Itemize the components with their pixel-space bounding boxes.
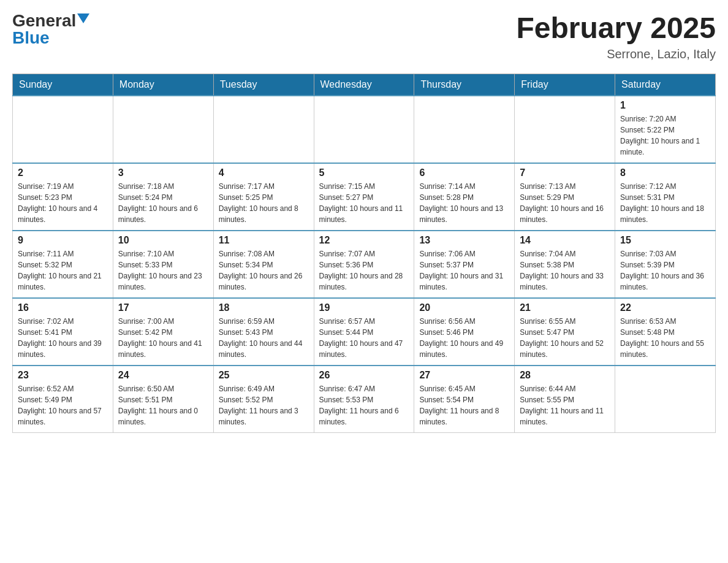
day-info: Sunrise: 7:15 AM Sunset: 5:27 PM Dayligh…: [319, 181, 409, 225]
day-of-week-header: Monday: [113, 74, 213, 96]
day-info: Sunrise: 7:14 AM Sunset: 5:28 PM Dayligh…: [419, 181, 509, 225]
calendar-day-cell: [213, 96, 314, 163]
day-info: Sunrise: 6:47 AM Sunset: 5:53 PM Dayligh…: [319, 383, 409, 427]
calendar-day-cell: 10Sunrise: 7:10 AM Sunset: 5:33 PM Dayli…: [113, 231, 213, 298]
title-block: February 2025 Serrone, Lazio, Italy: [516, 12, 716, 61]
calendar-day-cell: [414, 96, 515, 163]
day-info: Sunrise: 7:12 AM Sunset: 5:31 PM Dayligh…: [620, 181, 710, 225]
day-number: 5: [319, 167, 409, 178]
calendar-day-cell: 27Sunrise: 6:45 AM Sunset: 5:54 PM Dayli…: [414, 366, 515, 433]
day-of-week-header: Sunday: [13, 74, 113, 96]
day-info: Sunrise: 7:20 AM Sunset: 5:22 PM Dayligh…: [620, 113, 710, 158]
day-info: Sunrise: 6:49 AM Sunset: 5:52 PM Dayligh…: [219, 383, 309, 427]
day-number: 12: [319, 235, 409, 246]
day-of-week-header: Tuesday: [213, 74, 314, 96]
day-info: Sunrise: 7:02 AM Sunset: 5:41 PM Dayligh…: [18, 316, 108, 360]
day-number: 26: [319, 370, 409, 381]
calendar-day-cell: [13, 96, 113, 163]
day-info: Sunrise: 6:44 AM Sunset: 5:55 PM Dayligh…: [520, 383, 610, 427]
day-info: Sunrise: 7:19 AM Sunset: 5:23 PM Dayligh…: [18, 181, 108, 225]
calendar-day-cell: 20Sunrise: 6:56 AM Sunset: 5:46 PM Dayli…: [414, 298, 515, 366]
day-info: Sunrise: 7:07 AM Sunset: 5:36 PM Dayligh…: [319, 248, 409, 293]
day-number: 4: [219, 167, 309, 178]
calendar-day-cell: 26Sunrise: 6:47 AM Sunset: 5:53 PM Dayli…: [314, 366, 414, 433]
calendar-day-cell: 9Sunrise: 7:11 AM Sunset: 5:32 PM Daylig…: [13, 231, 113, 298]
calendar-day-cell: 18Sunrise: 6:59 AM Sunset: 5:43 PM Dayli…: [213, 298, 314, 366]
calendar-day-cell: 4Sunrise: 7:17 AM Sunset: 5:25 PM Daylig…: [213, 163, 314, 231]
day-number: 2: [18, 167, 108, 178]
day-number: 19: [319, 302, 409, 313]
calendar-header-row: SundayMondayTuesdayWednesdayThursdayFrid…: [13, 74, 716, 96]
calendar-day-cell: 28Sunrise: 6:44 AM Sunset: 5:55 PM Dayli…: [515, 366, 615, 433]
day-number: 11: [219, 235, 309, 246]
day-number: 13: [419, 235, 509, 246]
calendar-day-cell: 24Sunrise: 6:50 AM Sunset: 5:51 PM Dayli…: [113, 366, 213, 433]
calendar-day-cell: 16Sunrise: 7:02 AM Sunset: 5:41 PM Dayli…: [13, 298, 113, 366]
day-number: 14: [520, 235, 610, 246]
calendar-table: SundayMondayTuesdayWednesdayThursdayFrid…: [12, 74, 716, 434]
month-title: February 2025: [516, 12, 716, 45]
day-info: Sunrise: 7:03 AM Sunset: 5:39 PM Dayligh…: [620, 248, 710, 293]
day-number: 21: [520, 302, 610, 313]
day-number: 20: [419, 302, 509, 313]
calendar-day-cell: 15Sunrise: 7:03 AM Sunset: 5:39 PM Dayli…: [615, 231, 716, 298]
day-of-week-header: Saturday: [615, 74, 716, 96]
calendar-week-row: 23Sunrise: 6:52 AM Sunset: 5:49 PM Dayli…: [13, 366, 716, 433]
day-info: Sunrise: 6:55 AM Sunset: 5:47 PM Dayligh…: [520, 316, 610, 360]
calendar-day-cell: 7Sunrise: 7:13 AM Sunset: 5:29 PM Daylig…: [515, 163, 615, 231]
logo-general-text: General: [12, 12, 76, 29]
day-info: Sunrise: 6:57 AM Sunset: 5:44 PM Dayligh…: [319, 316, 409, 360]
day-info: Sunrise: 6:53 AM Sunset: 5:48 PM Dayligh…: [620, 316, 710, 360]
day-info: Sunrise: 6:45 AM Sunset: 5:54 PM Dayligh…: [419, 383, 509, 427]
logo-triangle-icon: [77, 13, 89, 23]
day-info: Sunrise: 7:11 AM Sunset: 5:32 PM Dayligh…: [18, 248, 108, 293]
day-info: Sunrise: 7:10 AM Sunset: 5:33 PM Dayligh…: [118, 248, 208, 293]
calendar-day-cell: 17Sunrise: 7:00 AM Sunset: 5:42 PM Dayli…: [113, 298, 213, 366]
calendar-day-cell: 2Sunrise: 7:19 AM Sunset: 5:23 PM Daylig…: [13, 163, 113, 231]
day-number: 16: [18, 302, 108, 313]
calendar-day-cell: 23Sunrise: 6:52 AM Sunset: 5:49 PM Dayli…: [13, 366, 113, 433]
day-info: Sunrise: 6:59 AM Sunset: 5:43 PM Dayligh…: [219, 316, 309, 360]
day-info: Sunrise: 6:56 AM Sunset: 5:46 PM Dayligh…: [419, 316, 509, 360]
day-info: Sunrise: 7:00 AM Sunset: 5:42 PM Dayligh…: [118, 316, 208, 360]
calendar-day-cell: 12Sunrise: 7:07 AM Sunset: 5:36 PM Dayli…: [314, 231, 414, 298]
calendar-day-cell: [515, 96, 615, 163]
day-number: 22: [620, 302, 710, 313]
calendar-week-row: 2Sunrise: 7:19 AM Sunset: 5:23 PM Daylig…: [13, 163, 716, 231]
calendar-day-cell: 22Sunrise: 6:53 AM Sunset: 5:48 PM Dayli…: [615, 298, 716, 366]
location: Serrone, Lazio, Italy: [516, 47, 716, 61]
day-number: 10: [118, 235, 208, 246]
logo-blue-text: Blue: [12, 29, 50, 47]
day-number: 27: [419, 370, 509, 381]
calendar-day-cell: [615, 366, 716, 433]
day-number: 24: [118, 370, 208, 381]
calendar-week-row: 9Sunrise: 7:11 AM Sunset: 5:32 PM Daylig…: [13, 231, 716, 298]
day-of-week-header: Thursday: [414, 74, 515, 96]
day-number: 1: [620, 100, 710, 111]
calendar-day-cell: 19Sunrise: 6:57 AM Sunset: 5:44 PM Dayli…: [314, 298, 414, 366]
day-of-week-header: Friday: [515, 74, 615, 96]
day-number: 18: [219, 302, 309, 313]
calendar-day-cell: 5Sunrise: 7:15 AM Sunset: 5:27 PM Daylig…: [314, 163, 414, 231]
calendar-week-row: 16Sunrise: 7:02 AM Sunset: 5:41 PM Dayli…: [13, 298, 716, 366]
calendar-day-cell: 3Sunrise: 7:18 AM Sunset: 5:24 PM Daylig…: [113, 163, 213, 231]
day-number: 15: [620, 235, 710, 246]
calendar-day-cell: 11Sunrise: 7:08 AM Sunset: 5:34 PM Dayli…: [213, 231, 314, 298]
day-info: Sunrise: 6:50 AM Sunset: 5:51 PM Dayligh…: [118, 383, 208, 427]
calendar-day-cell: 6Sunrise: 7:14 AM Sunset: 5:28 PM Daylig…: [414, 163, 515, 231]
day-number: 3: [118, 167, 208, 178]
day-info: Sunrise: 7:08 AM Sunset: 5:34 PM Dayligh…: [219, 248, 309, 293]
calendar-day-cell: 13Sunrise: 7:06 AM Sunset: 5:37 PM Dayli…: [414, 231, 515, 298]
day-info: Sunrise: 7:04 AM Sunset: 5:38 PM Dayligh…: [520, 248, 610, 293]
day-number: 8: [620, 167, 710, 178]
calendar-day-cell: 8Sunrise: 7:12 AM Sunset: 5:31 PM Daylig…: [615, 163, 716, 231]
calendar-day-cell: [314, 96, 414, 163]
day-number: 6: [419, 167, 509, 178]
day-info: Sunrise: 7:17 AM Sunset: 5:25 PM Dayligh…: [219, 181, 309, 225]
calendar-day-cell: 14Sunrise: 7:04 AM Sunset: 5:38 PM Dayli…: [515, 231, 615, 298]
calendar-day-cell: 21Sunrise: 6:55 AM Sunset: 5:47 PM Dayli…: [515, 298, 615, 366]
day-number: 25: [219, 370, 309, 381]
day-number: 28: [520, 370, 610, 381]
calendar-week-row: 1Sunrise: 7:20 AM Sunset: 5:22 PM Daylig…: [13, 96, 716, 163]
day-number: 9: [18, 235, 108, 246]
